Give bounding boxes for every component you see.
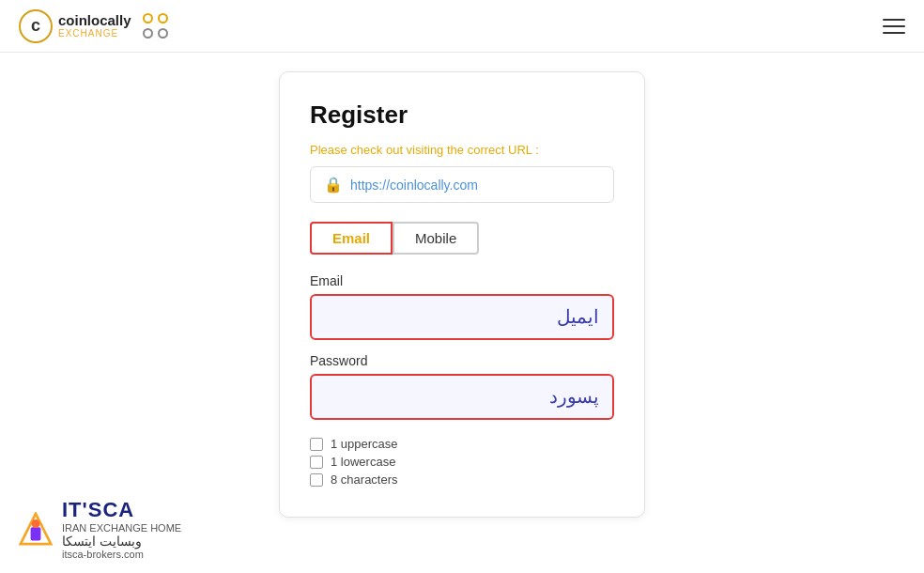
req-uppercase: 1 uppercase [310,437,614,451]
password-input[interactable] [310,374,614,420]
logo-brand-coin: coinlocally [58,13,131,29]
email-input[interactable] [310,294,614,340]
registration-tabs: Email Mobile [310,222,614,255]
svg-rect-1 [31,527,41,540]
page-title: Register [310,101,614,130]
logo[interactable]: c coinlocally EXCHANGE [19,9,131,43]
logo-text: coinlocally EXCHANGE [58,13,131,39]
itsca-brand-name: IT'SCA [62,498,134,522]
logo-icon: c [19,9,53,43]
itsca-brand-row: IT'SCA [62,498,134,522]
hamburger-menu-button[interactable] [883,19,905,34]
url-bar: 🔒 https://coinlocally.com [310,166,614,203]
bottom-logo: IT'SCA IRAN EXCHANGE HOME وبسایت ایتسکا … [19,498,181,560]
itsca-logo-icon [19,512,53,546]
register-card: Register Please check out visiting the c… [279,71,645,518]
url-value: https://coinlocally.com [350,178,478,193]
req-lowercase: 1 lowercase [310,455,614,469]
req-lowercase-label: 1 lowercase [331,455,395,469]
itsca-persian-text: وبسایت ایتسکا [62,534,142,549]
header: c coinlocally EXCHANGE [0,0,924,53]
itsca-text-block: IT'SCA IRAN EXCHANGE HOME وبسایت ایتسکا … [62,498,181,560]
itsca-sub-text: IRAN EXCHANGE HOME [62,522,181,534]
header-left: c coinlocally EXCHANGE [19,9,169,43]
grid-icon[interactable] [143,13,169,39]
tab-mobile[interactable]: Mobile [393,222,479,255]
url-notice-text: Please check out visiting the correct UR… [310,143,614,157]
password-requirements: 1 uppercase 1 lowercase 8 characters [310,437,614,487]
svg-point-2 [32,519,40,528]
lock-icon: 🔒 [324,176,343,194]
req-lowercase-checkbox[interactable] [310,456,323,469]
main-content: Register Please check out visiting the c… [0,53,924,518]
logo-brand-exchange: EXCHANGE [58,28,131,39]
req-characters-label: 8 characters [331,472,398,487]
req-characters: 8 characters [310,472,614,487]
req-characters-checkbox[interactable] [310,473,323,487]
tab-email[interactable]: Email [310,222,393,255]
req-uppercase-checkbox[interactable] [310,438,323,451]
password-label: Password [310,353,614,368]
email-label: Email [310,273,614,288]
req-uppercase-label: 1 uppercase [331,437,398,451]
itsca-domain: itsca-brokers.com [62,549,144,560]
